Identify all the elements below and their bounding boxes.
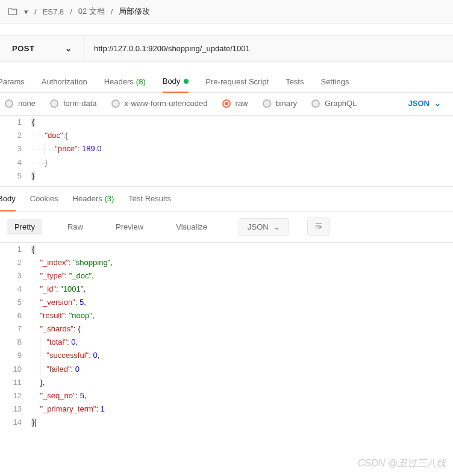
chevron-down-icon[interactable]: ▾ [24, 7, 28, 16]
tab-resp-body[interactable]: Body [0, 187, 16, 211]
folder-icon [7, 6, 18, 17]
headers-count: (8) [136, 77, 146, 86]
tab-body[interactable]: Body [163, 70, 189, 93]
tab-resp-headers[interactable]: Headers (3) [73, 187, 114, 210]
tab-tests[interactable]: Tests [286, 71, 304, 92]
view-raw[interactable]: Raw [60, 219, 90, 235]
tab-settings[interactable]: Settings [320, 71, 349, 92]
response-type-select[interactable]: JSON ⌄ [239, 218, 289, 236]
response-editor[interactable]: 1{ 2 "_index": "shopping", 3 "_type": "_… [0, 243, 453, 430]
response-tabs: Body Cookies Headers (3) Test Results [0, 187, 453, 211]
radio-xwww[interactable]: x-www-form-urlencoded [111, 99, 208, 108]
radio-graphql[interactable]: GraphQL [311, 99, 357, 108]
tab-prerequest[interactable]: Pre-request Script [205, 71, 269, 92]
breadcrumb-item[interactable]: ES7.8 [43, 7, 64, 16]
radio-icon [5, 99, 13, 108]
radio-icon [111, 99, 120, 108]
chevron-down-icon: ⌄ [273, 222, 280, 231]
breadcrumb-sep: / [34, 7, 37, 16]
dot-indicator-icon [184, 79, 189, 84]
tab-resp-results[interactable]: Test Results [128, 187, 171, 210]
radio-form-data[interactable]: form-data [50, 99, 97, 108]
body-editor[interactable]: 1{ 2····"doc":{ 3·······"price": 189.0 4… [0, 116, 453, 183]
body-type-row: none form-data x-www-form-urlencoded raw… [0, 93, 453, 116]
tab-params[interactable]: Params [0, 71, 25, 92]
radio-icon [50, 99, 58, 108]
request-tabs: Params Authorization Headers (8) Body Pr… [0, 70, 453, 93]
method-select[interactable]: POST ⌄ [0, 36, 84, 61]
breadcrumb-item[interactable]: 02 文档 [78, 6, 105, 17]
method-value: POST [12, 44, 34, 53]
breadcrumb: ▾ / ES7.8 / 02 文档 / 局部修改 [0, 0, 453, 23]
chevron-down-icon: ⌄ [65, 44, 72, 53]
view-visualize[interactable]: Visualize [169, 219, 214, 235]
wrap-lines-icon[interactable] [307, 218, 330, 236]
request-row: POST ⌄ http://127.0.0.1:9200/shopping/_u… [0, 36, 453, 62]
url-input[interactable]: http://127.0.0.1:9200/shopping/_update/1… [84, 36, 453, 61]
radio-checked-icon [222, 99, 231, 108]
view-preview[interactable]: Preview [108, 219, 151, 235]
radio-icon [263, 99, 271, 108]
radio-icon [311, 99, 320, 108]
radio-raw[interactable]: raw [222, 99, 248, 108]
response-view-row: Pretty Raw Preview Visualize JSON ⌄ [0, 211, 453, 243]
chevron-down-icon: ⌄ [434, 99, 441, 108]
view-pretty[interactable]: Pretty [7, 219, 42, 235]
tab-resp-cookies[interactable]: Cookies [30, 187, 58, 210]
body-lang-select[interactable]: JSON ⌄ [408, 99, 453, 108]
tab-authorization[interactable]: Authorization [42, 71, 87, 92]
radio-none[interactable]: none [5, 99, 36, 108]
tab-headers[interactable]: Headers (8) [104, 71, 146, 92]
breadcrumb-item-active: 局部修改 [119, 6, 150, 17]
radio-binary[interactable]: binary [263, 99, 297, 108]
